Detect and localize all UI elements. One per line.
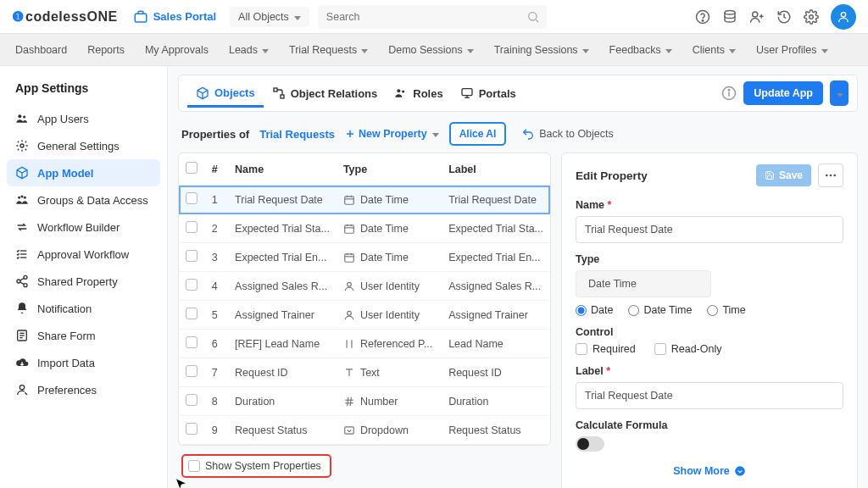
brand-logo[interactable]: ❶ codelessONE: [12, 8, 118, 25]
table-row[interactable]: 5Assigned TrainerUser IdentityAssigned T…: [179, 301, 550, 330]
update-app-button[interactable]: Update App: [743, 81, 823, 105]
table-row[interactable]: 7Request IDTextRequest ID: [179, 358, 550, 387]
sidebar-item-share-form[interactable]: Share Form: [7, 322, 160, 349]
sidebar-item-app-users[interactable]: App Users: [7, 105, 160, 132]
required-checkbox[interactable]: Required: [576, 343, 636, 355]
sidebar-item-label: Approval Workflow: [37, 248, 129, 261]
save-button[interactable]: Save: [756, 164, 811, 186]
portal-selector[interactable]: Sales Portal: [133, 9, 216, 25]
table-row[interactable]: 1Trial Request DateDate TimeTrial Reques…: [179, 186, 550, 214]
nav-trial-requests[interactable]: Trial Requests: [289, 44, 368, 56]
user-icon: [837, 10, 850, 24]
col-name[interactable]: Name: [228, 153, 337, 186]
more-actions-button[interactable]: [818, 164, 843, 187]
col-label[interactable]: Label: [442, 153, 550, 186]
row-name: Assigned Sales R...: [228, 272, 337, 301]
sidebar-item-approval-workflow[interactable]: Approval Workflow: [7, 241, 160, 268]
nav-demo-sessions[interactable]: Demo Sessions: [388, 44, 474, 56]
panel-title: Edit Property: [576, 169, 648, 182]
history-icon[interactable]: [776, 9, 792, 25]
radio-date[interactable]: Date: [576, 304, 613, 316]
table-row[interactable]: 4Assigned Sales R...User IdentityAssigne…: [179, 272, 550, 301]
col-type[interactable]: Type: [337, 153, 442, 186]
row-checkbox[interactable]: [186, 221, 198, 233]
back-to-objects-button[interactable]: Back to Objects: [521, 127, 614, 141]
nav-feedbacks-label: Feedbacks: [609, 44, 661, 56]
show-more-button[interactable]: Show More: [576, 465, 843, 477]
row-checkbox[interactable]: [186, 279, 198, 291]
table-row[interactable]: 9Request StatusDropdownRequest Status: [179, 416, 550, 445]
update-app-dropdown[interactable]: [830, 80, 849, 106]
row-checkbox[interactable]: [186, 423, 198, 435]
nav-feedbacks[interactable]: Feedbacks: [609, 44, 672, 56]
sidebar-item-notification[interactable]: Notification: [7, 295, 160, 322]
all-objects-dropdown[interactable]: All Objects: [230, 7, 309, 27]
row-checkbox[interactable]: [186, 192, 198, 204]
sidebar-item-preferences[interactable]: Preferences: [7, 376, 160, 403]
row-num: 2: [205, 214, 228, 243]
table-row[interactable]: 2Expected Trial Sta...Date TimeExpected …: [179, 214, 550, 243]
tab-objects[interactable]: Objects: [187, 80, 264, 108]
gear-icon[interactable]: [804, 9, 819, 25]
nav-training-sessions[interactable]: Training Sessions: [494, 44, 589, 56]
calc-toggle[interactable]: [576, 436, 604, 452]
nav-clients[interactable]: Clients: [693, 44, 736, 56]
info-icon[interactable]: [721, 86, 737, 101]
chevron-down-icon: [465, 44, 474, 56]
tab-roles[interactable]: Roles: [386, 80, 451, 107]
svg-point-62: [830, 175, 832, 177]
chevron-down-icon: [727, 44, 736, 56]
radio-time[interactable]: Time: [707, 304, 745, 316]
table-row[interactable]: 6[REF] Lead NameReferenced P...Lead Name: [179, 330, 550, 358]
tab-label: Object Relations: [291, 87, 378, 100]
page-body: App Settings App Users General Settings …: [0, 66, 868, 488]
radio-datetime[interactable]: Date Time: [628, 304, 692, 316]
row-checkbox[interactable]: [186, 365, 198, 377]
tab-object-relations[interactable]: Object Relations: [264, 80, 387, 107]
label-input[interactable]: [576, 382, 843, 409]
briefcase-icon: [133, 9, 148, 25]
tab-portals[interactable]: Portals: [452, 80, 525, 107]
properties-table-card: # Name Type Label 1Trial Request DateDat…: [178, 152, 551, 446]
undo-icon: [521, 127, 535, 141]
sidebar-item-app-model[interactable]: App Model: [7, 159, 160, 186]
name-input[interactable]: [576, 216, 843, 243]
row-checkbox[interactable]: [186, 394, 198, 406]
sidebar-item-import-data[interactable]: Import Data: [7, 349, 160, 376]
row-checkbox[interactable]: [186, 250, 198, 262]
row-name: Request Status: [228, 416, 337, 445]
help-icon[interactable]: [695, 9, 710, 25]
table-row[interactable]: 3Expected Trial En...Date TimeExpected T…: [179, 243, 550, 272]
row-checkbox[interactable]: [186, 308, 198, 319]
nav-leads[interactable]: Leads: [229, 44, 269, 56]
global-search-input[interactable]: [318, 5, 547, 29]
svg-rect-0: [135, 14, 147, 22]
nav-my-approvals[interactable]: My Approvals: [145, 44, 209, 56]
sidebar-item-shared-property[interactable]: Shared Property: [7, 268, 160, 295]
entity-name[interactable]: Trial Requests: [259, 128, 335, 141]
add-user-icon[interactable]: [749, 9, 765, 25]
avatar[interactable]: [831, 4, 856, 30]
alice-ai-button[interactable]: Alice AI: [449, 122, 507, 146]
tab-actions: Update App: [721, 80, 849, 106]
nav-reports[interactable]: Reports: [87, 44, 125, 56]
new-property-button[interactable]: New Property: [345, 128, 439, 140]
table-region: # Name Type Label 1Trial Request DateDat…: [178, 152, 551, 488]
sidebar-item-workflow-builder[interactable]: Workflow Builder: [7, 214, 160, 241]
sidebar-item-label: App Users: [37, 113, 89, 125]
model-tabs: Objects Object Relations Roles Portals U…: [178, 75, 858, 112]
table-row[interactable]: 8DurationNumberDuration: [179, 387, 550, 416]
svg-point-39: [729, 90, 731, 92]
readonly-checkbox[interactable]: Read-Only: [654, 343, 722, 355]
select-all-checkbox[interactable]: [186, 162, 198, 174]
users-icon: [394, 86, 408, 100]
nav-user-profiles[interactable]: User Profiles: [756, 44, 828, 56]
database-icon[interactable]: [722, 9, 737, 25]
row-checkbox[interactable]: [186, 336, 198, 348]
sidebar-item-groups[interactable]: Groups & Data Access: [7, 186, 160, 214]
show-system-properties-checkbox[interactable]: Show System Properties: [181, 454, 331, 478]
col-num[interactable]: #: [205, 153, 228, 186]
nav-dashboard[interactable]: Dashboard: [15, 44, 67, 56]
sidebar-item-general-settings[interactable]: General Settings: [7, 132, 160, 159]
sidebar-item-label: Preferences: [37, 384, 97, 396]
